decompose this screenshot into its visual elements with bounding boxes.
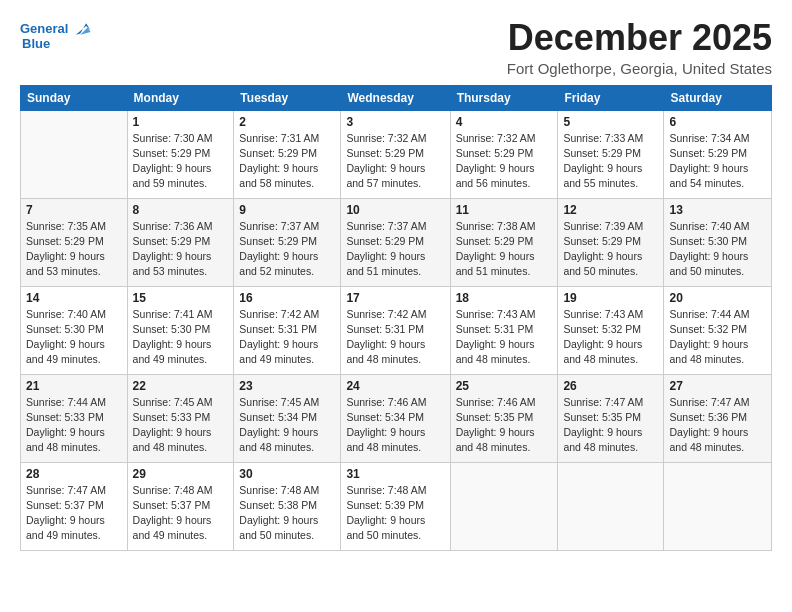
month-title: December 2025 (507, 18, 772, 58)
day-cell: 29Sunrise: 7:48 AM Sunset: 5:37 PM Dayli… (127, 462, 234, 550)
day-number: 2 (239, 115, 335, 129)
day-cell (21, 110, 128, 198)
day-cell: 21Sunrise: 7:44 AM Sunset: 5:33 PM Dayli… (21, 374, 128, 462)
day-detail: Sunrise: 7:47 AM Sunset: 5:35 PM Dayligh… (563, 395, 658, 456)
day-detail: Sunrise: 7:40 AM Sunset: 5:30 PM Dayligh… (669, 219, 766, 280)
day-cell: 6Sunrise: 7:34 AM Sunset: 5:29 PM Daylig… (664, 110, 772, 198)
day-cell: 2Sunrise: 7:31 AM Sunset: 5:29 PM Daylig… (234, 110, 341, 198)
day-cell: 11Sunrise: 7:38 AM Sunset: 5:29 PM Dayli… (450, 198, 558, 286)
weekday-header-thursday: Thursday (450, 85, 558, 110)
day-number: 19 (563, 291, 658, 305)
day-detail: Sunrise: 7:34 AM Sunset: 5:29 PM Dayligh… (669, 131, 766, 192)
day-detail: Sunrise: 7:48 AM Sunset: 5:38 PM Dayligh… (239, 483, 335, 544)
day-detail: Sunrise: 7:39 AM Sunset: 5:29 PM Dayligh… (563, 219, 658, 280)
weekday-header-friday: Friday (558, 85, 664, 110)
day-cell: 3Sunrise: 7:32 AM Sunset: 5:29 PM Daylig… (341, 110, 450, 198)
day-detail: Sunrise: 7:46 AM Sunset: 5:35 PM Dayligh… (456, 395, 553, 456)
day-number: 20 (669, 291, 766, 305)
day-cell: 28Sunrise: 7:47 AM Sunset: 5:37 PM Dayli… (21, 462, 128, 550)
day-number: 26 (563, 379, 658, 393)
location: Fort Oglethorpe, Georgia, United States (507, 60, 772, 77)
day-detail: Sunrise: 7:40 AM Sunset: 5:30 PM Dayligh… (26, 307, 122, 368)
day-number: 30 (239, 467, 335, 481)
day-number: 5 (563, 115, 658, 129)
day-number: 3 (346, 115, 444, 129)
day-number: 25 (456, 379, 553, 393)
day-cell (664, 462, 772, 550)
day-number: 21 (26, 379, 122, 393)
day-cell: 5Sunrise: 7:33 AM Sunset: 5:29 PM Daylig… (558, 110, 664, 198)
day-number: 23 (239, 379, 335, 393)
calendar-table: SundayMondayTuesdayWednesdayThursdayFrid… (20, 85, 772, 551)
day-detail: Sunrise: 7:44 AM Sunset: 5:32 PM Dayligh… (669, 307, 766, 368)
logo-icon (70, 18, 92, 40)
day-detail: Sunrise: 7:35 AM Sunset: 5:29 PM Dayligh… (26, 219, 122, 280)
day-number: 12 (563, 203, 658, 217)
day-cell: 9Sunrise: 7:37 AM Sunset: 5:29 PM Daylig… (234, 198, 341, 286)
weekday-header-wednesday: Wednesday (341, 85, 450, 110)
day-detail: Sunrise: 7:37 AM Sunset: 5:29 PM Dayligh… (239, 219, 335, 280)
week-row-3: 14Sunrise: 7:40 AM Sunset: 5:30 PM Dayli… (21, 286, 772, 374)
day-number: 15 (133, 291, 229, 305)
day-cell: 8Sunrise: 7:36 AM Sunset: 5:29 PM Daylig… (127, 198, 234, 286)
day-cell: 20Sunrise: 7:44 AM Sunset: 5:32 PM Dayli… (664, 286, 772, 374)
day-detail: Sunrise: 7:42 AM Sunset: 5:31 PM Dayligh… (239, 307, 335, 368)
day-number: 14 (26, 291, 122, 305)
weekday-header-monday: Monday (127, 85, 234, 110)
day-detail: Sunrise: 7:44 AM Sunset: 5:33 PM Dayligh… (26, 395, 122, 456)
day-number: 18 (456, 291, 553, 305)
day-detail: Sunrise: 7:36 AM Sunset: 5:29 PM Dayligh… (133, 219, 229, 280)
weekday-header-tuesday: Tuesday (234, 85, 341, 110)
day-number: 16 (239, 291, 335, 305)
day-number: 29 (133, 467, 229, 481)
day-cell: 31Sunrise: 7:48 AM Sunset: 5:39 PM Dayli… (341, 462, 450, 550)
day-cell: 18Sunrise: 7:43 AM Sunset: 5:31 PM Dayli… (450, 286, 558, 374)
day-cell: 4Sunrise: 7:32 AM Sunset: 5:29 PM Daylig… (450, 110, 558, 198)
day-detail: Sunrise: 7:43 AM Sunset: 5:31 PM Dayligh… (456, 307, 553, 368)
day-detail: Sunrise: 7:42 AM Sunset: 5:31 PM Dayligh… (346, 307, 444, 368)
day-cell: 7Sunrise: 7:35 AM Sunset: 5:29 PM Daylig… (21, 198, 128, 286)
day-number: 10 (346, 203, 444, 217)
day-detail: Sunrise: 7:41 AM Sunset: 5:30 PM Dayligh… (133, 307, 229, 368)
day-cell (450, 462, 558, 550)
day-detail: Sunrise: 7:48 AM Sunset: 5:37 PM Dayligh… (133, 483, 229, 544)
day-detail: Sunrise: 7:33 AM Sunset: 5:29 PM Dayligh… (563, 131, 658, 192)
day-detail: Sunrise: 7:45 AM Sunset: 5:33 PM Dayligh… (133, 395, 229, 456)
logo-text: General (20, 21, 68, 37)
logo: General Blue (20, 18, 92, 51)
day-cell: 12Sunrise: 7:39 AM Sunset: 5:29 PM Dayli… (558, 198, 664, 286)
week-row-4: 21Sunrise: 7:44 AM Sunset: 5:33 PM Dayli… (21, 374, 772, 462)
day-number: 11 (456, 203, 553, 217)
day-number: 22 (133, 379, 229, 393)
day-detail: Sunrise: 7:45 AM Sunset: 5:34 PM Dayligh… (239, 395, 335, 456)
weekday-header-row: SundayMondayTuesdayWednesdayThursdayFrid… (21, 85, 772, 110)
day-number: 6 (669, 115, 766, 129)
day-cell: 15Sunrise: 7:41 AM Sunset: 5:30 PM Dayli… (127, 286, 234, 374)
day-number: 27 (669, 379, 766, 393)
weekday-header-saturday: Saturday (664, 85, 772, 110)
week-row-1: 1Sunrise: 7:30 AM Sunset: 5:29 PM Daylig… (21, 110, 772, 198)
day-cell: 13Sunrise: 7:40 AM Sunset: 5:30 PM Dayli… (664, 198, 772, 286)
day-cell: 24Sunrise: 7:46 AM Sunset: 5:34 PM Dayli… (341, 374, 450, 462)
day-cell: 1Sunrise: 7:30 AM Sunset: 5:29 PM Daylig… (127, 110, 234, 198)
title-area: December 2025 Fort Oglethorpe, Georgia, … (507, 18, 772, 77)
day-detail: Sunrise: 7:38 AM Sunset: 5:29 PM Dayligh… (456, 219, 553, 280)
day-cell: 10Sunrise: 7:37 AM Sunset: 5:29 PM Dayli… (341, 198, 450, 286)
day-detail: Sunrise: 7:47 AM Sunset: 5:37 PM Dayligh… (26, 483, 122, 544)
day-detail: Sunrise: 7:32 AM Sunset: 5:29 PM Dayligh… (456, 131, 553, 192)
day-number: 24 (346, 379, 444, 393)
day-number: 13 (669, 203, 766, 217)
day-number: 17 (346, 291, 444, 305)
day-cell: 25Sunrise: 7:46 AM Sunset: 5:35 PM Dayli… (450, 374, 558, 462)
day-number: 28 (26, 467, 122, 481)
day-number: 8 (133, 203, 229, 217)
day-cell: 19Sunrise: 7:43 AM Sunset: 5:32 PM Dayli… (558, 286, 664, 374)
day-detail: Sunrise: 7:31 AM Sunset: 5:29 PM Dayligh… (239, 131, 335, 192)
day-detail: Sunrise: 7:46 AM Sunset: 5:34 PM Dayligh… (346, 395, 444, 456)
day-detail: Sunrise: 7:43 AM Sunset: 5:32 PM Dayligh… (563, 307, 658, 368)
day-number: 4 (456, 115, 553, 129)
day-cell: 27Sunrise: 7:47 AM Sunset: 5:36 PM Dayli… (664, 374, 772, 462)
day-cell: 26Sunrise: 7:47 AM Sunset: 5:35 PM Dayli… (558, 374, 664, 462)
day-number: 7 (26, 203, 122, 217)
day-cell: 22Sunrise: 7:45 AM Sunset: 5:33 PM Dayli… (127, 374, 234, 462)
